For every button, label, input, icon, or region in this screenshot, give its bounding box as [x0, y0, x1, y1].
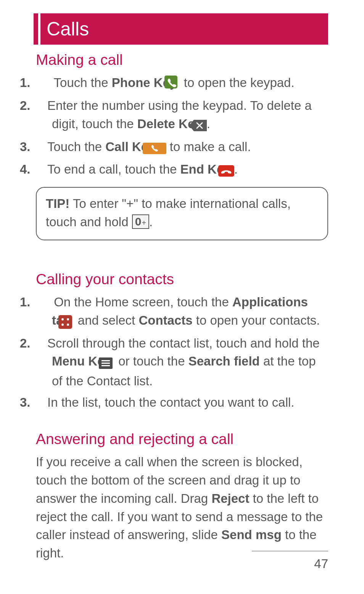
section-answering-title: Answering and rejecting a call: [36, 431, 328, 448]
step-1: 1. Touch the Phone Key to open the keypa…: [36, 74, 328, 93]
reject-label: Reject: [211, 491, 249, 505]
step-3: 3.In the list, touch the contact you wan…: [36, 393, 328, 412]
svg-point-5: [61, 318, 64, 320]
search-field-label: Search field: [188, 354, 260, 368]
step-number: 2.: [36, 97, 47, 115]
zero-key-main: 0: [135, 215, 142, 228]
step-2: 2.Enter the number using the keypad. To …: [36, 97, 328, 135]
step-text-post: .: [234, 162, 238, 176]
step-4: 4.To end a call, touch the End Key .: [36, 160, 328, 180]
step-text-pre: Scroll through the contact list, touch a…: [47, 336, 320, 350]
making-a-call-steps: 1. Touch the Phone Key to open the keypa…: [36, 74, 328, 180]
tip-text-before: To enter "+" to make international calls…: [46, 196, 291, 229]
step-text-mid: and select: [74, 313, 139, 327]
chapter-title: Calls: [34, 13, 328, 45]
step-text-post: .: [207, 117, 210, 131]
step-text-pre: On the Home screen, touch the: [50, 295, 232, 309]
step-number: 2.: [36, 334, 47, 353]
tip-text-after: .: [149, 215, 153, 229]
tip-box: TIP! To enter "+" to make international …: [36, 187, 328, 240]
svg-marker-1: [189, 120, 207, 131]
step-number: 3.: [36, 138, 47, 156]
step-text-post: to make a call.: [166, 140, 251, 154]
step-text-pre: To end a call, touch the: [47, 162, 180, 176]
svg-rect-10: [101, 360, 110, 361]
tip-label: TIP!: [46, 196, 69, 211]
step-text-mid: or touch the: [115, 354, 188, 368]
step-1: 1. On the Home screen, touch the Applica…: [36, 293, 328, 331]
step-text-pre: Touch the: [50, 76, 112, 90]
section-making-a-call-title: Making a call: [36, 52, 328, 68]
page-footer-rule: [252, 551, 328, 551]
svg-rect-2: [143, 143, 166, 154]
step-text-pre: Touch the: [47, 140, 105, 154]
answering-paragraph: If you receive a call when the screen is…: [36, 453, 328, 562]
send-msg-label: Send msg: [221, 528, 282, 542]
calling-contacts-steps: 1. On the Home screen, touch the Applica…: [36, 293, 328, 412]
step-number: 1.: [36, 74, 50, 92]
contacts-label: Contacts: [139, 313, 192, 327]
page-number: 47: [314, 557, 328, 571]
svg-point-8: [67, 324, 69, 326]
step-number: 1.: [36, 293, 50, 311]
call-key-icon: [159, 139, 166, 158]
step-3: 3.Touch the Call Key to make a call.: [36, 138, 328, 158]
svg-rect-4: [58, 315, 72, 329]
step-text: In the list, touch the contact you want …: [47, 395, 295, 409]
svg-point-7: [61, 324, 64, 326]
section-calling-contacts-title: Calling your contacts: [36, 271, 328, 288]
step-2: 2.Scroll through the contact list, touch…: [36, 334, 328, 391]
svg-rect-12: [101, 365, 110, 366]
step-text-post: to open your contacts.: [193, 313, 320, 327]
zero-key-sub: +: [142, 219, 146, 227]
zero-plus-key-icon: 0+: [132, 214, 149, 229]
step-number: 4.: [36, 160, 47, 179]
svg-point-6: [67, 318, 69, 320]
step-text-post: to open the keypad.: [180, 76, 295, 90]
step-number: 3.: [36, 393, 47, 412]
svg-rect-11: [101, 363, 110, 364]
